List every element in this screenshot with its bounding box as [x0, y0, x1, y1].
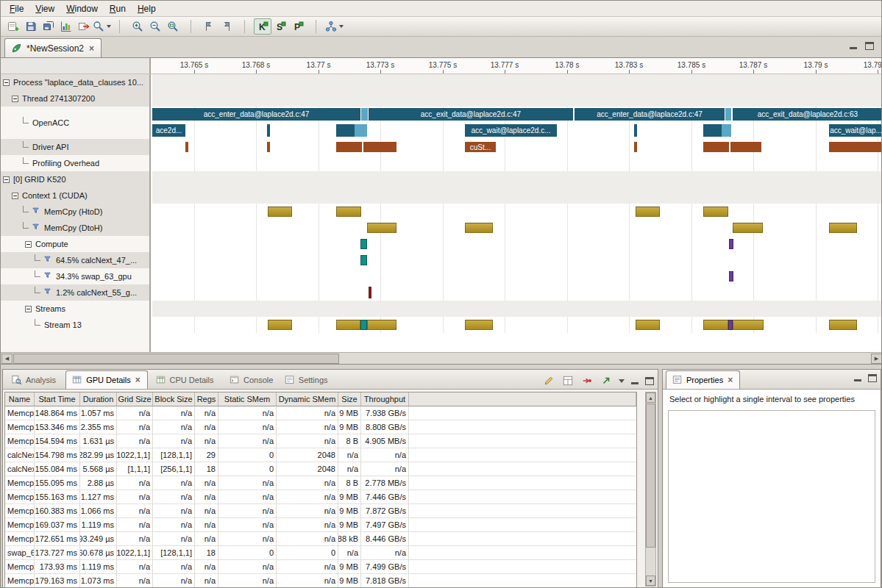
tree-row[interactable]: Driver API [1, 139, 149, 155]
tab-analysis[interactable]: Analysis [6, 370, 62, 389]
chevron-down-icon[interactable] [339, 25, 344, 28]
kernel-toggle-button[interactable]: K [254, 18, 271, 35]
timeline-bar[interactable] [361, 108, 368, 121]
timeline-bar[interactable] [829, 142, 882, 152]
timeline-bar[interactable] [268, 320, 292, 330]
pen-button[interactable] [542, 374, 555, 387]
export-green-button[interactable] [600, 374, 613, 387]
search-settings-button[interactable] [93, 18, 110, 35]
table-row[interactable]: Memcpy148.864 ms1.057 msn/an/an/an/an/a9… [5, 406, 636, 420]
timeline-bar[interactable] [829, 223, 857, 233]
timeline-bar[interactable] [336, 320, 360, 330]
table-vertical-scrollbar[interactable]: ▲ ▼ [645, 392, 656, 587]
timeline-bar[interactable] [367, 223, 396, 233]
timeline-bar[interactable] [733, 223, 763, 233]
tree-row[interactable]: 64.5% calcNext_47_... [1, 252, 149, 268]
column-header-duration[interactable]: Duration [80, 392, 117, 406]
timeline-bar[interactable] [703, 142, 729, 152]
analysis-button[interactable] [325, 18, 343, 35]
zoom-in-button[interactable] [129, 18, 146, 35]
scrollbar-thumb[interactable] [13, 354, 339, 364]
collapse-toggle-icon[interactable] [12, 96, 18, 102]
timeline-bar[interactable]: acc_enter_data@laplace2d.c:47 [575, 108, 725, 121]
column-header-static-smem[interactable]: Static SMem [218, 392, 277, 406]
save-button[interactable] [22, 18, 40, 35]
timeline-bar[interactable] [634, 142, 637, 152]
column-header-name[interactable]: Name [5, 392, 35, 406]
tab-cpu-details[interactable]: CPU Details [150, 370, 220, 389]
tree-row[interactable]: Compute [1, 236, 149, 252]
timeline-bar[interactable] [267, 142, 270, 152]
tree-row[interactable]: Profiling Overhead [1, 155, 149, 171]
scroll-left-icon[interactable]: ◀ [1, 354, 13, 364]
timeline-bar[interactable]: acc_wait@lap... [829, 124, 882, 137]
collapse-toggle-icon[interactable] [3, 79, 10, 86]
timeline-bar[interactable] [703, 124, 722, 137]
tab-gpu-details[interactable]: GPU Details× [65, 370, 148, 389]
maximize-icon[interactable] [645, 377, 654, 385]
tree-row[interactable]: Stream 13 [1, 317, 149, 333]
session-tab[interactable]: *NewSession2 × [4, 38, 102, 57]
timeline-bar[interactable] [336, 124, 355, 137]
close-icon[interactable]: × [135, 375, 141, 385]
timeline-bar[interactable] [465, 223, 493, 233]
chevron-down-icon[interactable] [107, 25, 111, 28]
zoom-fit-button[interactable] [164, 18, 182, 35]
timeline-bar[interactable] [336, 142, 362, 152]
table-row[interactable]: Memcpy155.095 ms2.88 µsn/an/an/an/an/a8 … [5, 476, 636, 490]
column-header-grid-size[interactable]: Grid Size [117, 392, 153, 406]
timeline-bar[interactable] [725, 108, 731, 121]
timeline-bar[interactable]: acc_wait@laplace2d.c... [465, 124, 557, 137]
table-row[interactable]: Memcpy155.163 ms1.127 msn/an/an/an/an/a9… [5, 490, 636, 504]
table-row[interactable]: Memcpy173.93 ms1.119 msn/an/an/an/an/a9 … [5, 560, 636, 574]
collapse-toggle-icon[interactable] [3, 176, 10, 183]
tree-row[interactable]: [0] GRID K520 [1, 171, 149, 187]
minimize-icon[interactable] [630, 377, 639, 385]
timeline-bar[interactable]: ace2d... [152, 124, 185, 137]
maximize-icon[interactable] [865, 42, 874, 50]
timeline-bar[interactable] [703, 207, 728, 217]
table-row[interactable]: Memcpy160.383 ms1.066 msn/an/an/an/an/a9… [5, 504, 636, 518]
timeline-bar[interactable] [367, 320, 396, 330]
scroll-right-icon[interactable]: ▶ [871, 354, 882, 364]
timeline-bar[interactable] [355, 124, 367, 137]
timeline-bar[interactable] [268, 207, 292, 217]
timeline-bar[interactable] [363, 142, 396, 152]
tree-row[interactable]: 34.3% swap_63_gpu [1, 268, 149, 284]
timeline-bar[interactable] [729, 239, 733, 249]
timeline-bar[interactable] [636, 320, 660, 330]
timeline-bar[interactable] [360, 255, 367, 265]
scroll-up-icon[interactable]: ▲ [646, 392, 655, 403]
tree-row[interactable]: 1.2% calcNext_55_g... [1, 284, 149, 301]
tab-settings[interactable]: Settings [279, 370, 334, 389]
close-icon[interactable]: × [88, 43, 95, 54]
marker-next-button[interactable] [200, 18, 218, 35]
table-scroll-thumb[interactable] [646, 404, 655, 548]
timeline-bar[interactable]: cuSt... [465, 142, 496, 152]
save-all-button[interactable] [40, 18, 57, 35]
timeline-bar[interactable] [829, 320, 857, 330]
collapse-toggle-icon[interactable] [25, 241, 32, 248]
timeline-bar[interactable] [465, 320, 493, 330]
timeline-bar[interactable] [729, 271, 733, 282]
menu-view[interactable]: View [29, 1, 60, 16]
collapse-toggle-icon[interactable] [25, 306, 32, 312]
tree-row[interactable]: Context 1 (CUDA) [1, 187, 149, 204]
tree-row[interactable]: Process "laplace_data_clauses 10... [1, 74, 149, 90]
timeline-bar[interactable] [703, 320, 728, 330]
table-row[interactable]: Memcpy153.346 ms2.355 msn/an/an/an/an/a9… [5, 420, 636, 434]
column-header-size[interactable]: Size [338, 392, 361, 406]
marker-prev-button[interactable] [218, 18, 235, 35]
timeline-bar[interactable] [185, 142, 188, 152]
timeline-bar[interactable] [733, 320, 764, 330]
menu-window[interactable]: Window [60, 1, 104, 16]
tree-row[interactable]: MemCpy (HtoD) [1, 204, 149, 220]
tree-row[interactable]: OpenACC [1, 107, 149, 139]
table-row[interactable]: Memcpy179.163 ms1.073 msn/an/an/an/an/a9… [5, 574, 636, 588]
maximize-icon[interactable] [868, 374, 877, 382]
menu-help[interactable]: Help [132, 1, 162, 16]
timeline-bar[interactable] [636, 207, 660, 217]
import-red-button[interactable] [580, 374, 594, 387]
column-header-regs[interactable]: Regs [195, 392, 218, 406]
tab-console[interactable]: Console [224, 370, 279, 389]
